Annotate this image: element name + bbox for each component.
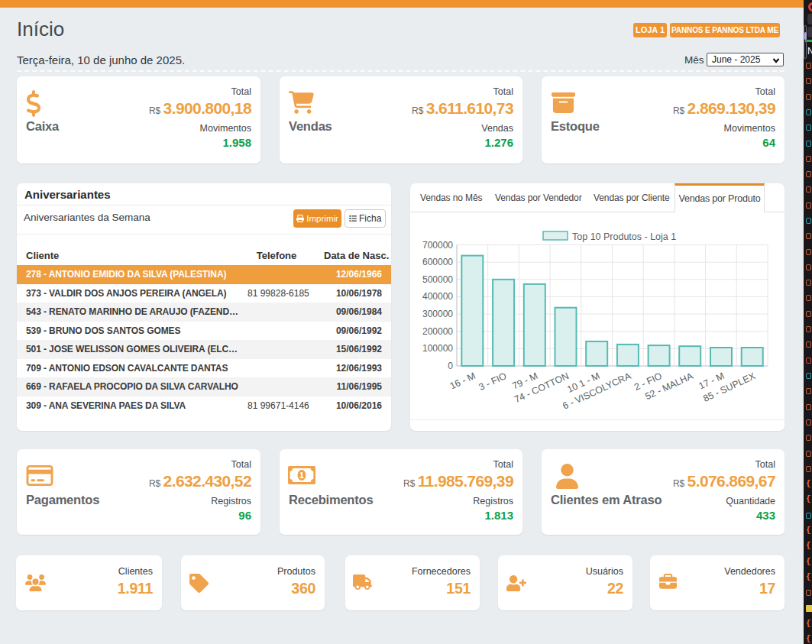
svg-text:600000: 600000 — [422, 257, 453, 267]
svg-text:16 - M: 16 - M — [448, 371, 477, 392]
svg-text:200000: 200000 — [422, 326, 453, 337]
svg-text:700000: 700000 — [422, 240, 453, 251]
svg-text:500000: 500000 — [422, 274, 453, 285]
svg-text:400000: 400000 — [422, 291, 453, 302]
svg-text:3 - FIO: 3 - FIO — [477, 371, 509, 393]
svg-text:0: 0 — [448, 361, 453, 371]
svg-text:Top 10 Produtos - Loja 1: Top 10 Produtos - Loja 1 — [572, 231, 676, 242]
svg-text:300000: 300000 — [422, 309, 453, 319]
svg-text:100000: 100000 — [422, 343, 453, 354]
